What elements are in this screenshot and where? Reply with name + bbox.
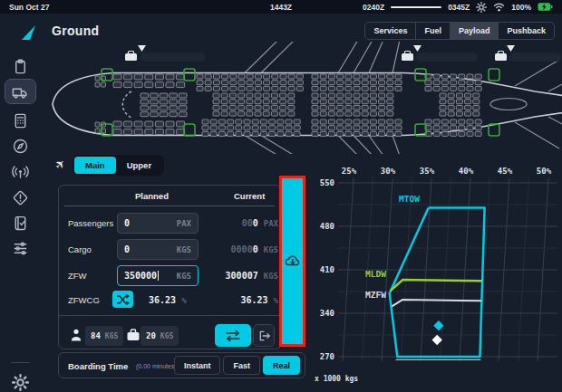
zfw-input[interactable]: 350000 KGS: [117, 265, 199, 286]
tab-pushback[interactable]: Pushback: [499, 23, 554, 39]
text-caret: [158, 271, 159, 281]
gear-icon: [12, 374, 29, 391]
sidebar-item-presets[interactable]: [5, 236, 35, 260]
svg-text:30%: 30%: [381, 167, 396, 176]
bag-weight-input[interactable]: 20 KGS: [140, 326, 179, 346]
sidebar-item-settings[interactable]: [5, 371, 35, 392]
calculator-icon: [12, 112, 29, 129]
svg-text:MTOW: MTOW: [399, 194, 420, 204]
svg-text:340: 340: [320, 309, 334, 318]
action-highlight-box: [279, 176, 305, 347]
ground-page-tabs: Services Fuel Payload Pushback: [364, 22, 555, 40]
zfw-planned-value: 350000: [124, 271, 157, 281]
status-bar: Sun Oct 27 1443Z 0240Z 0345Z: [0, 0, 562, 14]
cargo-pointer: [138, 45, 146, 52]
svg-text:MZFW: MZFW: [365, 290, 386, 300]
cargo-pointer: [413, 45, 422, 52]
boarding-time-label: Boarding Time: [68, 361, 128, 371]
series-MTOW: [390, 207, 485, 357]
passengers-planned-unit: PAX: [177, 219, 191, 228]
truck-icon: [12, 83, 29, 100]
sidebar-item-atc[interactable]: [5, 159, 35, 183]
status-utc-time: 1443Z: [270, 3, 292, 12]
wifi-icon: [493, 2, 505, 12]
sidebar-item-performance[interactable]: [5, 109, 35, 132]
svg-text:MLDW: MLDW: [365, 269, 386, 279]
zfwcg-planned: 36.23 %: [149, 295, 187, 305]
pax-weight-input[interactable]: 84 KGS: [85, 326, 123, 346]
passenger-icon: [69, 328, 83, 342]
cg-envelope-chart: 25%30%35%40%45%50%270340410480550x 1000 …: [313, 166, 562, 390]
weights-row: 84 KGS 20 KGS: [59, 315, 280, 349]
svg-text:50%: 50%: [537, 167, 552, 176]
load-payload-button[interactable]: [282, 178, 303, 344]
cargo-planned-value: 0: [124, 244, 130, 254]
notebook-check-icon: [12, 215, 29, 232]
sidebar-item-checklists[interactable]: [5, 211, 35, 234]
swap-arrows-icon: [224, 330, 242, 342]
zfw-planned-unit: KGS: [177, 272, 191, 281]
boarding-speed-selector: Instant Fast Real: [174, 356, 300, 375]
passengers-planned-value: 0: [124, 218, 130, 228]
sidebar-item-ground[interactable]: [5, 80, 35, 103]
boarding-option-fast[interactable]: Fast: [223, 356, 260, 375]
svg-text:40%: 40%: [459, 167, 474, 176]
marker-planned-cg: [432, 335, 442, 345]
airline-logo: [20, 24, 36, 41]
boarding-option-instant[interactable]: Instant: [174, 356, 221, 375]
row-label-passengers: Passengers: [68, 218, 113, 228]
airplane-icon: ✈: [52, 156, 68, 172]
deck-tab-upper[interactable]: Upper: [116, 157, 162, 174]
shuffle-icon: [116, 294, 130, 305]
page-title: Ground: [52, 24, 99, 38]
status-date: Sun Oct 27: [9, 3, 49, 12]
header-rule: [64, 206, 275, 206]
cargo-bar-aft-cargo[interactable]: [416, 53, 478, 62]
tab-services[interactable]: Services: [365, 23, 416, 39]
cargo-pointer: [507, 45, 515, 52]
cargo-planned-unit: KGS: [177, 245, 191, 254]
column-header-planned: Planned: [135, 191, 169, 201]
bag-weight-value: 20: [146, 331, 156, 340]
zfwcg-shuffle-button[interactable]: [112, 291, 133, 308]
seat-map[interactable]: [41, 42, 562, 154]
cargo-input[interactable]: 0 KGS: [117, 239, 199, 260]
deck-tab-main[interactable]: Main: [74, 157, 116, 174]
sliders-icon: [12, 240, 29, 257]
tab-fuel[interactable]: Fuel: [416, 23, 451, 39]
boarding-time-panel: Boarding Time (0.00 minutes) Instant Fas…: [58, 352, 305, 378]
battery-icon: [538, 2, 553, 12]
battery-percent: 100%: [511, 3, 531, 12]
baggage-icon: [126, 328, 140, 342]
svg-text:x 1000 kgs: x 1000 kgs: [315, 375, 358, 383]
sidebar-item-failures[interactable]: [5, 186, 35, 209]
boarding-option-real[interactable]: Real: [263, 356, 300, 375]
broadcast-icon: [12, 163, 29, 180]
bag-weight-unit: KGS: [160, 332, 173, 340]
efb-screen: Sun Oct 27 1443Z 0240Z 0345Z: [0, 0, 562, 392]
cargo-bar-fwd-cargo[interactable]: [140, 53, 205, 62]
pax-weight-unit: KGS: [105, 332, 118, 340]
cargo-bar-bulk-cargo[interactable]: [509, 53, 561, 62]
svg-text:35%: 35%: [420, 167, 435, 176]
deck-selector: Main Upper: [73, 155, 164, 176]
leg-end-time: 0345Z: [448, 3, 470, 12]
passengers-current: 000 PAX: [242, 218, 278, 228]
sidebar-item-clipboard[interactable]: [5, 54, 35, 78]
sidebar-item-navigation[interactable]: [5, 134, 35, 158]
deboard-button[interactable]: [253, 324, 275, 347]
zfwcg-current: 36.23 %: [240, 295, 278, 305]
svg-text:45%: 45%: [498, 167, 513, 176]
gear-icon[interactable]: [476, 2, 487, 13]
passengers-input[interactable]: 0 PAX: [117, 213, 199, 234]
pax-weight-value: 84: [91, 331, 101, 340]
cargo-current: 00000 KGS: [231, 244, 278, 254]
column-header-current: Current: [234, 191, 265, 201]
payload-panel: Planned Current Passengers 0 PAX 000 PAX…: [58, 185, 281, 349]
flight-progress-bar: [391, 6, 441, 8]
cloud-download-icon: [284, 253, 302, 270]
exit-door-icon: [257, 330, 271, 342]
compass-icon: [12, 138, 29, 155]
tab-payload[interactable]: Payload: [451, 23, 499, 39]
swap-fill-button[interactable]: [215, 324, 251, 347]
